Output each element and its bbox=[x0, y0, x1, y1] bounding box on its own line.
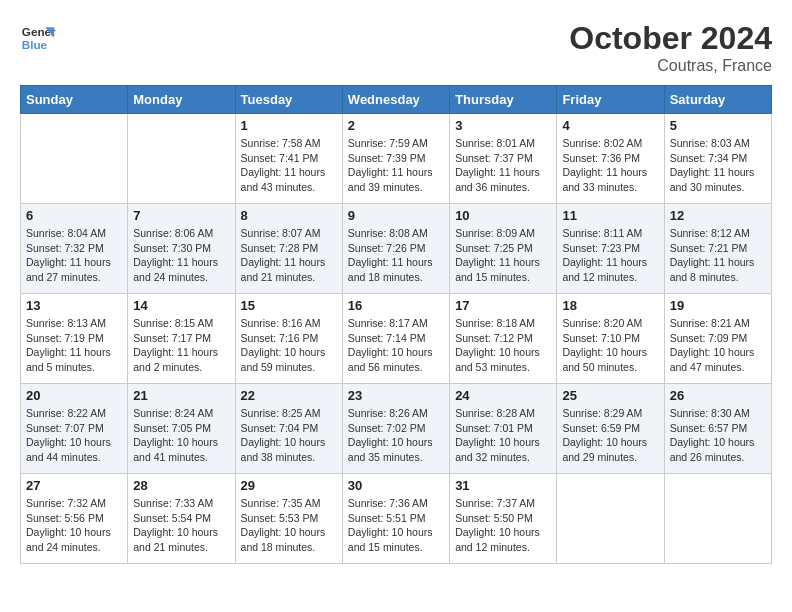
table-row: 11Sunrise: 8:11 AM Sunset: 7:23 PM Dayli… bbox=[557, 204, 664, 294]
day-info: Sunrise: 7:33 AM Sunset: 5:54 PM Dayligh… bbox=[133, 496, 229, 555]
day-number: 1 bbox=[241, 118, 337, 133]
day-info: Sunrise: 8:30 AM Sunset: 6:57 PM Dayligh… bbox=[670, 406, 766, 465]
header-tuesday: Tuesday bbox=[235, 86, 342, 114]
month-title: October 2024 bbox=[569, 20, 772, 57]
day-info: Sunrise: 8:06 AM Sunset: 7:30 PM Dayligh… bbox=[133, 226, 229, 285]
table-row: 15Sunrise: 8:16 AM Sunset: 7:16 PM Dayli… bbox=[235, 294, 342, 384]
day-number: 4 bbox=[562, 118, 658, 133]
day-info: Sunrise: 8:13 AM Sunset: 7:19 PM Dayligh… bbox=[26, 316, 122, 375]
day-info: Sunrise: 8:20 AM Sunset: 7:10 PM Dayligh… bbox=[562, 316, 658, 375]
day-info: Sunrise: 7:35 AM Sunset: 5:53 PM Dayligh… bbox=[241, 496, 337, 555]
day-info: Sunrise: 8:24 AM Sunset: 7:05 PM Dayligh… bbox=[133, 406, 229, 465]
day-info: Sunrise: 8:04 AM Sunset: 7:32 PM Dayligh… bbox=[26, 226, 122, 285]
logo-icon: General Blue bbox=[20, 20, 56, 56]
day-number: 31 bbox=[455, 478, 551, 493]
table-row: 5Sunrise: 8:03 AM Sunset: 7:34 PM Daylig… bbox=[664, 114, 771, 204]
table-row bbox=[128, 114, 235, 204]
day-info: Sunrise: 8:18 AM Sunset: 7:12 PM Dayligh… bbox=[455, 316, 551, 375]
svg-text:Blue: Blue bbox=[22, 38, 48, 51]
day-number: 5 bbox=[670, 118, 766, 133]
table-row: 12Sunrise: 8:12 AM Sunset: 7:21 PM Dayli… bbox=[664, 204, 771, 294]
day-number: 18 bbox=[562, 298, 658, 313]
table-row: 4Sunrise: 8:02 AM Sunset: 7:36 PM Daylig… bbox=[557, 114, 664, 204]
table-row: 18Sunrise: 8:20 AM Sunset: 7:10 PM Dayli… bbox=[557, 294, 664, 384]
day-number: 19 bbox=[670, 298, 766, 313]
header-monday: Monday bbox=[128, 86, 235, 114]
day-info: Sunrise: 8:21 AM Sunset: 7:09 PM Dayligh… bbox=[670, 316, 766, 375]
table-row: 26Sunrise: 8:30 AM Sunset: 6:57 PM Dayli… bbox=[664, 384, 771, 474]
table-row: 19Sunrise: 8:21 AM Sunset: 7:09 PM Dayli… bbox=[664, 294, 771, 384]
table-row: 10Sunrise: 8:09 AM Sunset: 7:25 PM Dayli… bbox=[450, 204, 557, 294]
header-thursday: Thursday bbox=[450, 86, 557, 114]
day-number: 11 bbox=[562, 208, 658, 223]
day-number: 26 bbox=[670, 388, 766, 403]
day-number: 17 bbox=[455, 298, 551, 313]
day-number: 12 bbox=[670, 208, 766, 223]
table-row: 21Sunrise: 8:24 AM Sunset: 7:05 PM Dayli… bbox=[128, 384, 235, 474]
day-number: 6 bbox=[26, 208, 122, 223]
day-number: 7 bbox=[133, 208, 229, 223]
table-row: 2Sunrise: 7:59 AM Sunset: 7:39 PM Daylig… bbox=[342, 114, 449, 204]
day-info: Sunrise: 8:11 AM Sunset: 7:23 PM Dayligh… bbox=[562, 226, 658, 285]
calendar-table: Sunday Monday Tuesday Wednesday Thursday… bbox=[20, 85, 772, 564]
day-number: 20 bbox=[26, 388, 122, 403]
day-number: 22 bbox=[241, 388, 337, 403]
table-row: 3Sunrise: 8:01 AM Sunset: 7:37 PM Daylig… bbox=[450, 114, 557, 204]
table-row: 6Sunrise: 8:04 AM Sunset: 7:32 PM Daylig… bbox=[21, 204, 128, 294]
day-info: Sunrise: 7:58 AM Sunset: 7:41 PM Dayligh… bbox=[241, 136, 337, 195]
day-info: Sunrise: 8:15 AM Sunset: 7:17 PM Dayligh… bbox=[133, 316, 229, 375]
calendar-week-row: 6Sunrise: 8:04 AM Sunset: 7:32 PM Daylig… bbox=[21, 204, 772, 294]
table-row: 13Sunrise: 8:13 AM Sunset: 7:19 PM Dayli… bbox=[21, 294, 128, 384]
day-number: 9 bbox=[348, 208, 444, 223]
table-row: 25Sunrise: 8:29 AM Sunset: 6:59 PM Dayli… bbox=[557, 384, 664, 474]
calendar-header-row: Sunday Monday Tuesday Wednesday Thursday… bbox=[21, 86, 772, 114]
page-header: General Blue October 2024 Coutras, Franc… bbox=[20, 20, 772, 75]
calendar-week-row: 13Sunrise: 8:13 AM Sunset: 7:19 PM Dayli… bbox=[21, 294, 772, 384]
day-number: 23 bbox=[348, 388, 444, 403]
day-info: Sunrise: 7:36 AM Sunset: 5:51 PM Dayligh… bbox=[348, 496, 444, 555]
day-number: 15 bbox=[241, 298, 337, 313]
table-row: 30Sunrise: 7:36 AM Sunset: 5:51 PM Dayli… bbox=[342, 474, 449, 564]
day-info: Sunrise: 8:07 AM Sunset: 7:28 PM Dayligh… bbox=[241, 226, 337, 285]
day-number: 30 bbox=[348, 478, 444, 493]
table-row: 29Sunrise: 7:35 AM Sunset: 5:53 PM Dayli… bbox=[235, 474, 342, 564]
table-row: 7Sunrise: 8:06 AM Sunset: 7:30 PM Daylig… bbox=[128, 204, 235, 294]
day-number: 8 bbox=[241, 208, 337, 223]
calendar-week-row: 20Sunrise: 8:22 AM Sunset: 7:07 PM Dayli… bbox=[21, 384, 772, 474]
logo: General Blue bbox=[20, 20, 56, 56]
day-info: Sunrise: 8:17 AM Sunset: 7:14 PM Dayligh… bbox=[348, 316, 444, 375]
table-row: 16Sunrise: 8:17 AM Sunset: 7:14 PM Dayli… bbox=[342, 294, 449, 384]
day-info: Sunrise: 8:08 AM Sunset: 7:26 PM Dayligh… bbox=[348, 226, 444, 285]
table-row: 28Sunrise: 7:33 AM Sunset: 5:54 PM Dayli… bbox=[128, 474, 235, 564]
day-number: 2 bbox=[348, 118, 444, 133]
table-row bbox=[21, 114, 128, 204]
day-number: 24 bbox=[455, 388, 551, 403]
table-row: 23Sunrise: 8:26 AM Sunset: 7:02 PM Dayli… bbox=[342, 384, 449, 474]
day-info: Sunrise: 8:25 AM Sunset: 7:04 PM Dayligh… bbox=[241, 406, 337, 465]
day-info: Sunrise: 7:37 AM Sunset: 5:50 PM Dayligh… bbox=[455, 496, 551, 555]
table-row: 22Sunrise: 8:25 AM Sunset: 7:04 PM Dayli… bbox=[235, 384, 342, 474]
day-number: 29 bbox=[241, 478, 337, 493]
day-number: 25 bbox=[562, 388, 658, 403]
day-info: Sunrise: 8:28 AM Sunset: 7:01 PM Dayligh… bbox=[455, 406, 551, 465]
title-block: October 2024 Coutras, France bbox=[569, 20, 772, 75]
day-number: 28 bbox=[133, 478, 229, 493]
day-info: Sunrise: 8:12 AM Sunset: 7:21 PM Dayligh… bbox=[670, 226, 766, 285]
day-info: Sunrise: 8:09 AM Sunset: 7:25 PM Dayligh… bbox=[455, 226, 551, 285]
day-info: Sunrise: 7:59 AM Sunset: 7:39 PM Dayligh… bbox=[348, 136, 444, 195]
day-number: 14 bbox=[133, 298, 229, 313]
day-info: Sunrise: 8:02 AM Sunset: 7:36 PM Dayligh… bbox=[562, 136, 658, 195]
calendar-week-row: 1Sunrise: 7:58 AM Sunset: 7:41 PM Daylig… bbox=[21, 114, 772, 204]
day-info: Sunrise: 8:03 AM Sunset: 7:34 PM Dayligh… bbox=[670, 136, 766, 195]
day-info: Sunrise: 7:32 AM Sunset: 5:56 PM Dayligh… bbox=[26, 496, 122, 555]
header-saturday: Saturday bbox=[664, 86, 771, 114]
header-sunday: Sunday bbox=[21, 86, 128, 114]
table-row bbox=[557, 474, 664, 564]
day-info: Sunrise: 8:16 AM Sunset: 7:16 PM Dayligh… bbox=[241, 316, 337, 375]
table-row: 20Sunrise: 8:22 AM Sunset: 7:07 PM Dayli… bbox=[21, 384, 128, 474]
table-row: 17Sunrise: 8:18 AM Sunset: 7:12 PM Dayli… bbox=[450, 294, 557, 384]
table-row: 27Sunrise: 7:32 AM Sunset: 5:56 PM Dayli… bbox=[21, 474, 128, 564]
location-subtitle: Coutras, France bbox=[569, 57, 772, 75]
day-info: Sunrise: 8:29 AM Sunset: 6:59 PM Dayligh… bbox=[562, 406, 658, 465]
table-row: 24Sunrise: 8:28 AM Sunset: 7:01 PM Dayli… bbox=[450, 384, 557, 474]
